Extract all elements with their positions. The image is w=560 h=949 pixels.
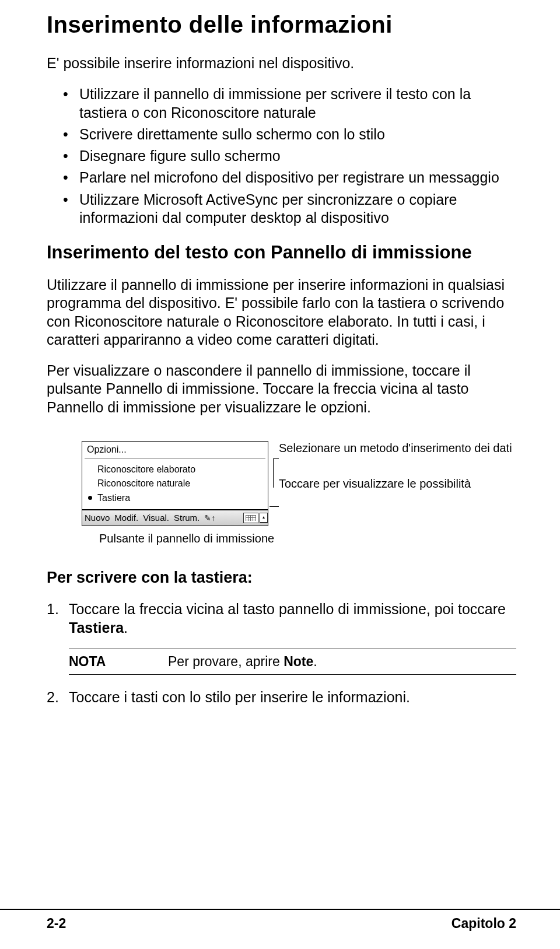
menu-item: Riconoscitore elaborato — [85, 463, 265, 477]
paragraph: Per visualizzare o nascondere il pannell… — [47, 362, 516, 416]
subsection-heading: Per scrivere con la tastiera: — [47, 569, 516, 587]
bullet-item: Utilizzare Microsoft ActiveSync per sinc… — [63, 191, 516, 227]
callout-text: Selezionare un metodo d'inserimento dei … — [279, 441, 516, 456]
note-label: NOTA — [69, 654, 168, 670]
note-text-part: Per provare, aprire — [168, 654, 284, 669]
section-heading: Inserimento del testo con Pannello di im… — [47, 242, 516, 263]
paragraph: Utilizzare il pannello di immissione per… — [47, 276, 516, 349]
chapter-label: Capitolo 2 — [452, 916, 516, 932]
page-footer: 2-2 Capitolo 2 — [0, 909, 560, 932]
bullet-item: Disegnare figure sullo schermo — [63, 147, 516, 165]
note-text-end: . — [313, 654, 317, 669]
steps-list: 2. Toccare i tasti con lo stilo per inse… — [47, 688, 516, 706]
step-item: 2. Toccare i tasti con lo stilo per inse… — [47, 688, 516, 706]
screenshot-popup: Opzioni... Riconoscitore elaborato Ricon… — [82, 441, 268, 526]
keyboard-icon — [243, 513, 258, 523]
menu-item-options: Opzioni... — [85, 443, 265, 457]
page-heading: Inserimento delle informazioni — [47, 12, 516, 38]
taskbar-button: Modif. — [112, 513, 141, 523]
menu-item: Riconoscitore naturale — [85, 477, 265, 491]
step-text: Toccare la freccia vicina al tasto panne… — [69, 601, 506, 617]
figure: Opzioni... Riconoscitore elaborato Ricon… — [47, 441, 516, 545]
callout-text: Toccare per visualizzare le possibilità — [279, 477, 516, 491]
note-bold: Note — [284, 654, 313, 669]
step-text-end: . — [124, 619, 128, 636]
menu-item-selected: Tastiera — [85, 491, 265, 506]
bullet-item: Utilizzare il pannello di immissione per… — [63, 85, 516, 122]
bullet-list: Utilizzare il pannello di immissione per… — [47, 85, 516, 227]
steps-list: 1. Toccare la freccia vicina al tasto pa… — [47, 600, 516, 637]
input-panel-arrow-icon: ▴ — [260, 513, 268, 523]
taskbar-button: Visual. — [141, 513, 172, 523]
stylus-up-icon: ✎↑ — [202, 513, 218, 523]
taskbar: Nuovo Modif. Visual. Strum. ✎↑ ▴ — [82, 510, 268, 526]
step-item: 1. Toccare la freccia vicina al tasto pa… — [47, 600, 516, 637]
page-number-left: 2-2 — [47, 916, 66, 932]
bullet-item: Scrivere direttamente sullo schermo con … — [63, 125, 516, 143]
taskbar-button: Strum. — [172, 513, 202, 523]
note-box: NOTA Per provare, aprire Note. — [69, 649, 516, 675]
menu-item-label: Tastiera — [97, 493, 130, 503]
step-bold: Tastiera — [69, 619, 124, 636]
bullet-item: Parlare nel microfono del dispositivo pe… — [63, 169, 516, 187]
figure-caption: Pulsante il pannello di immissione — [99, 532, 516, 545]
step-text: Toccare i tasti con lo stilo per inserir… — [69, 689, 410, 705]
radio-dot-icon — [88, 496, 92, 500]
note-text: Per provare, aprire Note. — [168, 654, 317, 670]
intro-text: E' possibile inserire informazioni nel d… — [47, 54, 516, 72]
taskbar-button: Nuovo — [82, 513, 112, 523]
